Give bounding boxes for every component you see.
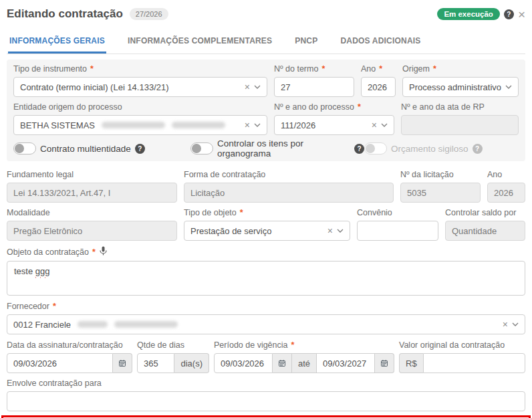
valor-original-input[interactable] <box>423 353 525 373</box>
ate-separator: até <box>292 353 317 373</box>
toggle-controlar-itens-organograma: Controlar os itens por organograma ? <box>190 138 364 159</box>
tab-informacoes-gerais[interactable]: INFORMAÇÕES GERAIS <box>8 31 106 54</box>
required-mark: * <box>433 64 436 74</box>
clear-icon[interactable]: × <box>242 120 253 130</box>
vigencia-fim-input[interactable]: 09/03/2027 <box>317 353 375 373</box>
required-mark: * <box>240 208 243 218</box>
redacted-text <box>172 122 225 128</box>
toggles-row: Contrato multientidade ? Controlar os it… <box>13 142 519 155</box>
field-label: Modalidade <box>7 208 177 218</box>
field-label: Controlar saldo por <box>445 208 525 218</box>
close-icon[interactable]: × <box>518 9 525 19</box>
clear-icon[interactable]: × <box>242 82 253 92</box>
required-mark: * <box>291 340 295 350</box>
numero-ano-ata-rp-input <box>401 115 519 135</box>
required-mark: * <box>90 64 94 74</box>
modalidade-input: Pregão Eletrônico <box>7 221 177 241</box>
field-label: Envolve contratação para <box>7 379 525 389</box>
tipo-instrumento-value: Contrato (termo inicial) (Lei 14.133/21) <box>20 82 169 92</box>
redacted-text <box>102 122 165 128</box>
field-label: Forma de contratação <box>184 170 394 180</box>
field-label: Fundamento legal <box>7 170 177 180</box>
field-label: Tipo de objeto* <box>184 208 350 218</box>
redacted-text <box>114 321 178 328</box>
field-label: Qtde de dias <box>137 340 209 350</box>
toggle-contrato-multientidade: Contrato multientidade ? <box>13 142 190 154</box>
entidade-origem-select[interactable]: BETHA SISTEMAS × <box>13 115 267 135</box>
chevron-down-icon[interactable] <box>253 85 261 89</box>
calendar-icon[interactable] <box>273 353 292 373</box>
envolve-contratacao-input[interactable] <box>7 391 525 411</box>
currency-prefix: R$ <box>399 353 423 373</box>
process-origin-panel: Tipo de instrumento* Contrato (termo ini… <box>7 60 525 161</box>
field-label: Convênio <box>357 208 438 218</box>
toggle-switch[interactable] <box>13 142 36 154</box>
forma-contratacao-input: Licitação <box>184 183 394 203</box>
field-label: Período de vigência* <box>214 340 394 350</box>
redacted-text <box>78 321 108 328</box>
help-icon[interactable]: ? <box>504 9 514 19</box>
controlar-saldo-input: Quantidade <box>445 221 525 241</box>
required-mark: * <box>53 302 56 312</box>
contract-number-badge: 27/2026 <box>130 8 168 20</box>
tab-dados-adicionais[interactable]: DADOS ADICIONAIS <box>339 31 422 54</box>
field-label: Nº do termo* <box>274 64 354 74</box>
annotation-highlight-box: Organograma(s) autorizado(s) 01.001.0010… <box>1 415 531 418</box>
objeto-contratacao-textarea[interactable]: teste ggg <box>7 261 525 296</box>
ano-input[interactable]: 2026 <box>361 77 396 97</box>
field-label: Ano* <box>361 64 396 74</box>
ano-licitacao-input: 2026 <box>487 183 525 203</box>
field-label: Fornecedor* <box>7 302 525 312</box>
field-label: Entidade origem do processo <box>13 102 267 112</box>
data-assinatura-input[interactable]: 09/03/2026 <box>7 353 113 373</box>
clear-icon[interactable]: × <box>369 120 380 130</box>
field-label: Nº e ano da ata de RP <box>401 102 519 112</box>
tipo-instrumento-select[interactable]: Contrato (termo inicial) (Lei 14.133/21)… <box>13 77 267 97</box>
field-label: Data da assinatura/contratação <box>7 340 132 350</box>
origem-select[interactable]: Processo administrativo <box>402 77 519 97</box>
toggle-switch[interactable] <box>190 142 213 154</box>
field-label: Objeto da contratação* <box>7 246 525 258</box>
toggle-label: Controlar os itens por organograma <box>217 138 350 159</box>
help-icon: ? <box>473 144 483 154</box>
convenio-input[interactable] <box>357 221 438 241</box>
dias-suffix: dia(s) <box>174 353 209 373</box>
chevron-down-icon[interactable] <box>511 322 519 326</box>
chevron-down-icon[interactable] <box>253 123 261 127</box>
required-mark: * <box>321 64 325 74</box>
tipo-objeto-select[interactable]: Prestação de serviço × <box>184 221 350 241</box>
field-label: Ano <box>487 170 525 180</box>
page-header: Editando contratação 27/2026 Em execução… <box>7 5 525 23</box>
required-mark: * <box>358 102 361 112</box>
chevron-down-icon[interactable] <box>504 85 512 89</box>
help-icon[interactable]: ? <box>135 144 145 154</box>
tab-pncp[interactable]: PNCP <box>293 31 319 54</box>
calendar-icon[interactable] <box>375 353 394 373</box>
fundamento-legal-input: Lei 14.133/2021, Art.47, I <box>7 183 177 203</box>
numero-ano-processo-select[interactable]: 111/2026 × <box>274 115 394 135</box>
calendar-icon[interactable] <box>113 353 132 373</box>
qtde-dias-input[interactable]: 365 <box>137 353 174 373</box>
tab-informacoes-complementares[interactable]: INFORMAÇÕES COMPLEMENTARES <box>126 31 273 54</box>
field-label: Tipo de instrumento* <box>13 64 267 74</box>
tab-bar: INFORMAÇÕES GERAIS INFORMAÇÕES COMPLEMEN… <box>7 31 525 54</box>
field-label: Nº da licitação <box>400 170 481 180</box>
status-badge: Em execução <box>437 8 500 20</box>
chevron-down-icon[interactable] <box>336 229 344 233</box>
page-title: Editando contratação <box>7 7 123 21</box>
clear-icon[interactable]: × <box>500 319 511 330</box>
toggle-label: Contrato multientidade <box>40 144 131 154</box>
required-mark: * <box>92 247 96 257</box>
chevron-down-icon[interactable] <box>380 123 388 127</box>
toggle-label: Orçamento sigiloso <box>391 144 469 154</box>
microphone-icon[interactable] <box>100 246 107 258</box>
fornecedor-select[interactable]: 0012 Franciele × <box>7 314 525 334</box>
vigencia-inicio-input[interactable]: 09/03/2026 <box>214 353 273 373</box>
numero-licitacao-input: 5035 <box>400 183 481 203</box>
field-label: Nº e ano do processo* <box>274 102 394 112</box>
help-icon[interactable]: ? <box>354 144 364 154</box>
clear-icon[interactable]: × <box>325 225 336 236</box>
field-label: Origem* <box>402 64 519 74</box>
numero-termo-input[interactable]: 27 <box>274 77 354 97</box>
objeto-text: teste <box>14 266 35 276</box>
